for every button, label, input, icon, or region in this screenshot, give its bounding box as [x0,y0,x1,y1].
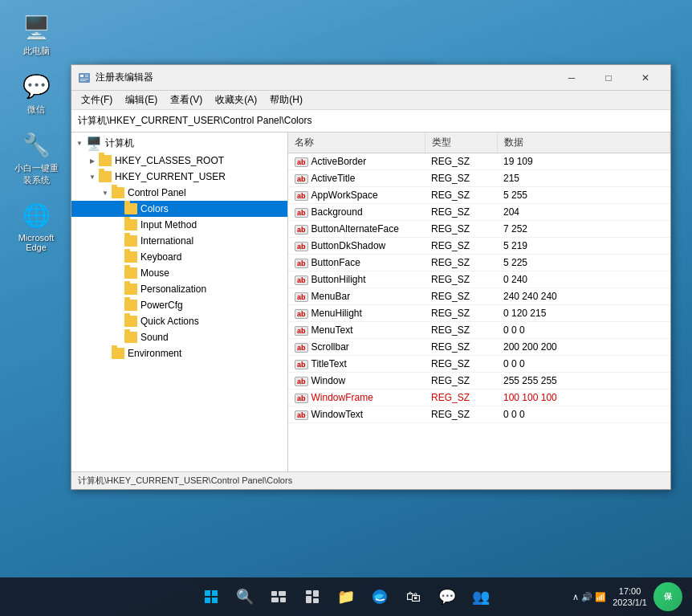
cell-data: 200 200 200 [497,339,670,356]
tree-panel[interactable]: ▼ 🖥️ 计算机 ▶ HKEY_CLASSES_ROOT ▼ HKEY_CURR… [71,133,288,471]
store-button[interactable]: 🛍 [397,581,429,613]
table-row[interactable]: abWindowFrameREG_SZ100 100 100 [288,390,670,406]
table-row[interactable]: abScrollbarREG_SZ200 200 200 [288,339,670,356]
svg-rect-9 [212,598,218,603]
tree-item-personalization[interactable]: ▶ Personalization [71,281,287,297]
table-row[interactable]: abButtonAlternateFaceREG_SZ7 252 [288,221,670,238]
svg-rect-4 [80,79,88,80]
start-button[interactable] [195,581,227,613]
quick-install-label: 小白一键重装系统 [11,162,61,186]
svg-rect-11 [279,591,286,596]
table-row[interactable]: abWindowTextREG_SZ0 0 0 [288,406,670,423]
table-row[interactable]: abMenuTextREG_SZ0 0 0 [288,322,670,339]
taskbar-center: 🔍 📁 [195,581,497,613]
table-row[interactable]: abActiveBorderREG_SZ19 109 [288,153,670,170]
table-row[interactable]: abButtonHilightREG_SZ0 240 [288,271,670,288]
col-type: 类型 [425,133,497,153]
cell-name: abWindow [288,373,425,390]
cell-type: REG_SZ [425,255,497,271]
wechat-taskbar-button[interactable]: 💬 [431,581,463,613]
cell-data: 0 120 215 [497,305,670,322]
tree-item-hkcu[interactable]: ▼ HKEY_CURRENT_USER [71,169,287,185]
table-row[interactable]: abAppWorkSpaceREG_SZ5 255 [288,187,670,204]
tree-item-quick-actions[interactable]: ▶ Quick Actions [71,313,287,329]
tree-item-sound[interactable]: ▶ Sound [71,329,287,345]
folder-icon-environment [112,348,124,359]
svg-rect-3 [85,76,88,77]
maximize-button[interactable]: □ [590,65,627,91]
widgets-button[interactable] [296,581,328,613]
close-button[interactable]: ✕ [627,65,664,91]
minimize-button[interactable]: ─ [553,65,590,91]
cell-name: abMenuText [288,322,425,339]
desktop-icon-edge[interactable]: 🌐 Microsoft Edge [8,196,64,255]
tree-item-computer[interactable]: ▼ 🖥️ 计算机 [71,134,287,153]
folder-icon-hkcu [99,171,112,182]
desktop-icons: 🖥️ 此电脑 💬 微信 🔧 小白一键重装系统 🌐 Microsoft Edge [8,8,64,255]
tree-item-powercfg[interactable]: ▶ PowerCfg [71,297,287,313]
desktop-icon-quick-install[interactable]: 🔧 小白一键重装系统 [8,125,64,190]
tree-toggle-hkcu[interactable]: ▼ [86,170,99,183]
cell-name: abScrollbar [288,339,425,356]
menu-file[interactable]: 文件(F) [75,92,119,108]
window-content: ▼ 🖥️ 计算机 ▶ HKEY_CLASSES_ROOT ▼ HKEY_CURR… [71,133,670,471]
menu-view[interactable]: 查看(V) [164,92,209,108]
tree-item-environment[interactable]: ▶ Environment [71,345,287,361]
teams-button[interactable]: 👥 [465,581,497,613]
svg-rect-0 [79,73,90,83]
table-row[interactable]: abButtonDkShadowREG_SZ5 219 [288,238,670,255]
folder-icon-hklm [99,155,112,166]
tree-item-colors[interactable]: ▶ Colors [71,201,287,217]
menu-edit[interactable]: 编辑(E) [119,92,164,108]
tree-item-input-method[interactable]: ▶ Input Method [71,217,287,233]
tree-item-control-panel[interactable]: ▼ Control Panel [71,185,287,201]
data-panel[interactable]: 名称 类型 数据 abActiveBorderREG_SZ19 109abAct… [288,133,670,471]
table-row[interactable]: abBackgroundREG_SZ204 [288,204,670,221]
cell-type: REG_SZ [425,356,497,373]
tree-label-quick-actions: Quick Actions [140,316,199,327]
cell-type: REG_SZ [425,271,497,288]
tree-item-international[interactable]: ▶ International [71,233,287,249]
explorer-button[interactable]: 📁 [330,581,362,613]
folder-icon-keyboard [124,251,137,263]
cell-type: REG_SZ [425,238,497,255]
tree-toggle-cp[interactable]: ▼ [99,186,112,199]
date-display: 2023/1/1 [613,597,647,608]
tree-item-mouse[interactable]: ▶ Mouse [71,265,287,281]
window-titlebar[interactable]: 注册表编辑器 ─ □ ✕ [71,65,670,91]
folder-icon-quick-actions [124,316,137,327]
col-name: 名称 [288,133,425,153]
cell-name: abTitleText [288,356,425,373]
table-row[interactable]: abTitleTextREG_SZ0 0 0 [288,356,670,373]
table-row[interactable]: abMenuHilightREG_SZ0 120 215 [288,305,670,322]
edge-taskbar-button[interactable] [364,581,396,613]
cell-type: REG_SZ [425,204,497,221]
search-button[interactable]: 🔍 [229,581,261,613]
desktop-icon-wechat[interactable]: 💬 微信 [8,67,64,119]
table-row[interactable]: abActiveTitleREG_SZ215 [288,170,670,187]
menu-favorites[interactable]: 收藏夹(A) [209,92,263,108]
quick-install-icon: 🔧 [20,129,52,161]
tree-item-hklm[interactable]: ▶ HKEY_CLASSES_ROOT [71,153,287,169]
cell-data: 0 0 0 [497,356,670,373]
cell-name: abWindowText [288,406,425,423]
menu-help[interactable]: 帮助(H) [263,92,309,108]
status-bar: 计算机\HKEY_CURRENT_USER\Control Panel\Colo… [71,471,670,489]
svg-rect-5 [80,80,86,81]
registry-table: 名称 类型 数据 abActiveBorderREG_SZ19 109abAct… [288,133,670,423]
cell-type: REG_SZ [425,288,497,305]
table-row[interactable]: abWindowREG_SZ255 255 255 [288,373,670,390]
cell-data: 240 240 240 [497,288,670,305]
desktop-icon-my-computer[interactable]: 🖥️ 此电脑 [8,8,64,60]
tree-item-keyboard[interactable]: ▶ Keyboard [71,249,287,265]
table-row[interactable]: abButtonFaceREG_SZ5 225 [288,255,670,271]
cell-name: abActiveTitle [288,170,425,187]
tree-toggle-hklm[interactable]: ▶ [86,154,99,167]
table-row[interactable]: abMenuBarREG_SZ240 240 240 [288,288,670,305]
svg-rect-10 [271,591,277,596]
taskbar-corner: ∧ 🔊 📶 17:00 2023/1/1 保 [525,581,686,613]
task-view-button[interactable] [263,581,295,613]
status-text: 计算机\HKEY_CURRENT_USER\Control Panel\Colo… [78,475,292,487]
tree-toggle-computer[interactable]: ▼ [73,137,86,150]
svg-rect-8 [205,598,210,603]
